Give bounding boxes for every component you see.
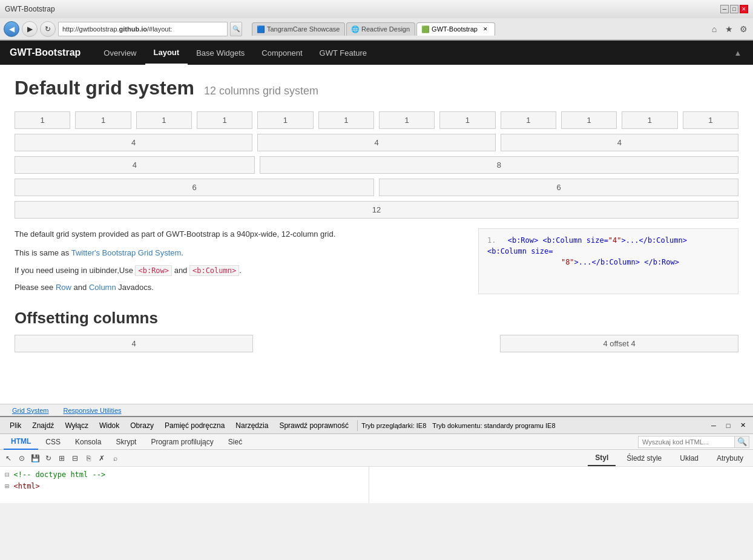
devtab-html[interactable]: HTML — [4, 434, 38, 450]
code-tag-bcol: <b:Column> — [189, 265, 239, 276]
code-line-1: ⊟ <!-- doctype html --> — [5, 469, 364, 481]
favorites-icon[interactable]: ★ — [723, 23, 735, 35]
page-title: Default grid system — [15, 77, 194, 99]
devtools-maximize[interactable]: □ — [723, 420, 734, 431]
grid-cell: 1 — [561, 111, 617, 129]
grid-row-4: 6 6 — [15, 179, 738, 196]
code-tag-brow: <b:Row> — [135, 265, 172, 276]
devtools-menu-wylacz[interactable]: Wyłącz — [60, 417, 93, 434]
grid-cell: 1 — [136, 111, 192, 129]
grid-cell: 6 — [379, 179, 738, 196]
devtools-search-button[interactable]: 🔍 — [735, 436, 749, 448]
grid-cell: 4 — [15, 156, 255, 174]
devtools-cursor-icon[interactable]: ↖ — [2, 452, 15, 464]
desc-para-1: The default grid system provided as part… — [15, 228, 464, 241]
devtools-doc-mode: Tryb dokumentu: standardy programu IE8 — [432, 422, 555, 429]
code-line-2: ⊞ <html> — [5, 481, 364, 492]
devtab-skrypt[interactable]: Skrypt — [108, 434, 143, 450]
maximize-button[interactable]: □ — [730, 5, 738, 13]
devtools-delete-icon[interactable]: ✗ — [96, 452, 108, 464]
devtab-konsola[interactable]: Konsola — [68, 434, 108, 450]
tab-gwt[interactable]: 🟩 GWT-Bootstrap ✕ — [416, 22, 495, 36]
devtools-toolbar: Plik Znajdź Wyłącz Widok Obrazy Pamięć p… — [0, 417, 753, 434]
devtools-menu-sprawdz[interactable]: Sprawdź poprawność — [274, 417, 353, 434]
gwt-favicon: 🟩 — [422, 25, 429, 33]
url-text: http://gwtbootstrap.github.io/#layout: — [62, 25, 173, 33]
devtools-minimize[interactable]: ─ — [708, 420, 719, 431]
devtools-menu-narzedzia[interactable]: Narzędzia — [231, 417, 273, 434]
settings-icon[interactable]: ⚙ — [737, 23, 749, 35]
devtools-content: ⊟ <!-- doctype html --> ⊞ <html> — [0, 467, 753, 503]
main-content: Default grid system 12 columns grid syst… — [0, 65, 753, 404]
devtools-copy-icon[interactable]: ⎘ — [82, 452, 94, 464]
devtools-refresh-icon[interactable]: ↻ — [42, 452, 54, 464]
devtools-menu-znajdz[interactable]: Znajdź — [27, 417, 59, 434]
twitter-bootstrap-link[interactable]: Twitter's Bootstrap Grid System — [71, 248, 182, 257]
panel-styl[interactable]: Styl — [588, 450, 616, 466]
title-bar-left: GWT-Bootstrap — [5, 5, 55, 13]
grid-cell: 1 — [379, 111, 435, 129]
nav-gwt-feature[interactable]: GWT Feature — [311, 41, 376, 65]
window-title: GWT-Bootstrap — [5, 5, 55, 13]
grid-cell: 1 — [501, 111, 556, 129]
nav-component[interactable]: Component — [253, 41, 311, 65]
back-button[interactable]: ◀ — [4, 21, 19, 37]
bottom-tab-responsive[interactable]: Responsive Utilities — [56, 407, 129, 414]
offset-spacer — [258, 335, 495, 352]
devtools-expand-icon[interactable]: ⊞ — [56, 452, 68, 464]
devtools-search2-icon[interactable]: ⌕ — [109, 452, 121, 464]
grid-cell: 4 — [15, 134, 252, 151]
address-bar: ◀ ▶ ↻ http://gwtbootstrap.github.io/#lay… — [0, 18, 753, 40]
devtools-collapse-icon[interactable]: ⊟ — [69, 452, 81, 464]
panel-uklad[interactable]: Układ — [672, 450, 706, 466]
home-icon[interactable]: ⌂ — [708, 23, 720, 35]
devtools-find-icon[interactable]: ⊙ — [16, 452, 28, 464]
offset-grid-row: 4 4 offset 4 — [15, 335, 738, 352]
expand-icon[interactable]: ⊟ — [5, 470, 9, 479]
code-panel: ⊟ <!-- doctype html --> ⊞ <html> — [0, 467, 369, 503]
nav-items: Overview Layout Base Widgets Component G… — [95, 41, 375, 65]
bottom-scroll-tabs: Grid System Responsive Utilities — [0, 404, 753, 416]
nav-overview[interactable]: Overview — [95, 41, 145, 65]
address-icons: ⌂ ★ ⚙ — [708, 23, 749, 35]
panel-sledz[interactable]: Śledź style — [619, 450, 669, 466]
panels-right — [369, 467, 753, 503]
bottom-tab-grid[interactable]: Grid System — [5, 407, 56, 414]
nav-base-widgets[interactable]: Base Widgets — [188, 41, 253, 65]
devtools-menu-pamiec[interactable]: Pamięć podręczna — [160, 417, 229, 434]
devtools-search-input[interactable] — [638, 436, 735, 448]
tab-gwt-close[interactable]: ✕ — [481, 25, 490, 33]
grid-cell: 1 — [15, 111, 70, 129]
devtools-menu-widok[interactable]: Widok — [94, 417, 124, 434]
window-chrome: GWT-Bootstrap ─ □ ✕ ◀ ▶ ↻ http://gwtboot… — [0, 0, 753, 41]
row-link[interactable]: Row — [56, 283, 71, 292]
offsetting-title: Offsetting columns — [15, 309, 738, 328]
devtools-close[interactable]: ✕ — [737, 420, 748, 431]
code-block: 1. <b:Row> <b:Column size="4">...</b:Col… — [478, 228, 738, 294]
devtools-save-icon[interactable]: 💾 — [29, 452, 41, 464]
minimize-button[interactable]: ─ — [720, 5, 729, 13]
devtab-css[interactable]: CSS — [38, 434, 68, 450]
url-search-icon[interactable]: 🔍 — [230, 22, 242, 36]
panel-atrybuty[interactable]: Atrybuty — [709, 450, 751, 466]
forward-button[interactable]: ▶ — [22, 21, 38, 37]
devtools-menu-obrazy[interactable]: Obrazy — [125, 417, 159, 434]
grid-demo: 1 1 1 1 1 1 1 1 1 1 1 1 4 4 4 4 8 6 6 — [15, 111, 738, 219]
reactive-favicon: 🌐 — [352, 25, 359, 33]
devtab-profiler[interactable]: Program profilujący — [143, 434, 220, 450]
tab-tangramcare[interactable]: 🟦 TangramCare Showcase — [252, 22, 345, 36]
close-button[interactable]: ✕ — [740, 5, 748, 13]
nav-layout[interactable]: Layout — [145, 41, 188, 65]
refresh-button[interactable]: ↻ — [40, 21, 56, 37]
devtools-menu-plik[interactable]: Plik — [5, 417, 26, 434]
devtab-siec[interactable]: Sieć — [221, 434, 249, 450]
code-doctype: <!-- doctype html --> — [13, 470, 105, 479]
url-bar[interactable]: http://gwtbootstrap.github.io/#layout: — [58, 22, 228, 36]
code-content: <b:Row> <b:Column size="4">...</b:Column… — [487, 236, 687, 255]
tab-reactive[interactable]: 🌐 Reactive Design — [346, 22, 415, 36]
column-link[interactable]: Column — [89, 283, 116, 292]
right-panel-tabs: Styl Śledź style Układ Atrybuty — [588, 450, 751, 466]
html-expand[interactable]: ⊞ — [5, 482, 9, 490]
grid-cell: 8 — [260, 156, 738, 174]
grid-row-2: 4 4 4 — [15, 134, 738, 151]
